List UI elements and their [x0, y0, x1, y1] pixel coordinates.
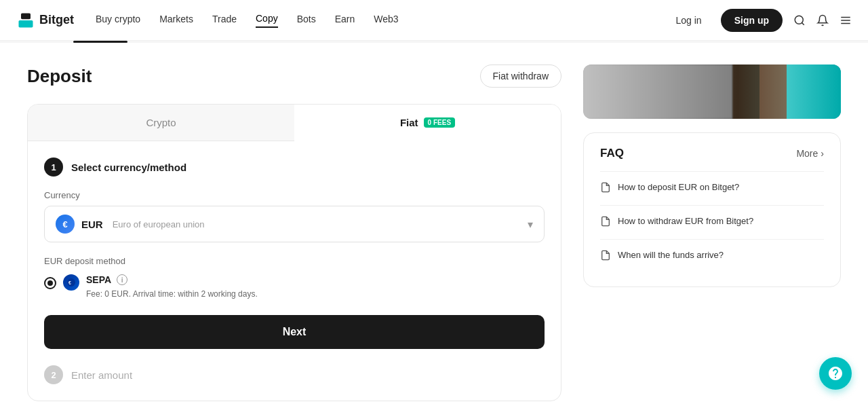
support-button[interactable] — [819, 357, 852, 390]
method-option: € SEPA i Fee: 0 EUR. Arrival time: withi… — [44, 274, 545, 299]
info-icon[interactable]: i — [117, 274, 127, 285]
radio-sepa-inner — [47, 280, 53, 286]
page-title: Deposit — [27, 66, 92, 87]
faq-item-1-text: How to withdraw EUR from Bitget? — [618, 215, 753, 227]
main-container: Deposit Fiat withdraw Crypto Fiat 0 FEES… — [0, 43, 868, 406]
promo-banner[interactable] — [583, 64, 841, 119]
faq-item-2-text: When will the funds arrive? — [618, 249, 724, 261]
step2-title: Enter amount — [71, 369, 132, 381]
method-fee: Fee: 0 EUR. Arrival time: within 2 worki… — [86, 289, 258, 299]
currency-select[interactable]: € EUR Euro of european union ▾ — [44, 206, 545, 242]
fiat-withdraw-button[interactable]: Fiat withdraw — [480, 64, 561, 88]
nav-trade[interactable]: Trade — [212, 14, 237, 27]
tab-underline-bar — [0, 41, 868, 43]
navbar: Bitget Buy crypto Markets Trade Copy Bot… — [0, 0, 868, 41]
method-name: SEPA — [86, 274, 111, 285]
svg-text:€: € — [68, 280, 71, 285]
logo[interactable]: Bitget — [16, 11, 74, 30]
nav-bots[interactable]: Bots — [297, 14, 316, 27]
faq-doc-icon-2 — [600, 250, 611, 263]
svg-line-1 — [802, 22, 804, 24]
step1-header: 1 Select currency/method — [44, 158, 545, 177]
nav-earn[interactable]: Earn — [335, 14, 355, 27]
nav-right: Log in Sign up — [668, 9, 852, 32]
nav-buy-crypto[interactable]: Buy crypto — [96, 14, 140, 27]
nav-links: Buy crypto Markets Trade Copy Bots Earn … — [96, 13, 399, 28]
method-info: SEPA i Fee: 0 EUR. Arrival time: within … — [86, 274, 258, 299]
tab-underline-indicator — [73, 41, 127, 43]
faq-title: FAQ — [600, 147, 624, 160]
nav-markets[interactable]: Markets — [159, 14, 193, 27]
login-button[interactable]: Log in — [668, 10, 710, 31]
faq-item-2[interactable]: When will the funds arrive? — [600, 239, 824, 273]
step2-number: 2 — [44, 365, 63, 384]
faq-more-label: More — [796, 148, 818, 159]
tab-crypto[interactable]: Crypto — [28, 105, 294, 141]
faq-more-arrow-icon: › — [821, 148, 824, 159]
faq-doc-icon-0 — [600, 182, 611, 196]
eur-icon: € — [56, 215, 75, 234]
fees-badge: 0 FEES — [424, 117, 455, 128]
next-button[interactable]: Next — [44, 315, 545, 349]
chevron-down-icon: ▾ — [528, 218, 533, 231]
card-body: 1 Select currency/method Currency € EUR … — [28, 141, 561, 401]
logo-text: Bitget — [39, 13, 74, 27]
step1-title: Select currency/method — [71, 162, 186, 173]
menu-icon[interactable] — [840, 14, 852, 26]
tab-fiat[interactable]: Fiat 0 FEES — [294, 105, 561, 141]
nav-copy[interactable]: Copy — [256, 13, 278, 28]
deposit-card: Crypto Fiat 0 FEES 1 Select currency/met… — [27, 104, 561, 401]
tab-fiat-label: Fiat — [400, 117, 418, 128]
faq-more-button[interactable]: More › — [796, 148, 824, 159]
page-header: Deposit Fiat withdraw — [27, 64, 561, 88]
deposit-method-label: EUR deposit method — [44, 256, 545, 266]
right-panel: FAQ More › How to deposit EUR on Bitget?… — [583, 64, 841, 401]
currency-left: € EUR Euro of european union — [56, 215, 205, 234]
sepa-icon: € — [63, 274, 79, 291]
left-panel: Deposit Fiat withdraw Crypto Fiat 0 FEES… — [27, 64, 561, 401]
nav-web3[interactable]: Web3 — [374, 14, 398, 27]
faq-item-1[interactable]: How to withdraw EUR from Bitget? — [600, 205, 824, 239]
currency-label: Currency — [44, 190, 545, 200]
currency-code: EUR — [81, 219, 103, 230]
faq-doc-icon-1 — [600, 216, 611, 229]
search-icon[interactable] — [793, 14, 806, 26]
step2: 2 Enter amount — [44, 365, 545, 384]
radio-sepa[interactable] — [44, 277, 56, 289]
svg-point-0 — [795, 16, 803, 24]
faq-item-0[interactable]: How to deposit EUR on Bitget? — [600, 171, 824, 205]
step1-number: 1 — [44, 158, 63, 177]
faq-header: FAQ More › — [600, 147, 824, 160]
notification-icon[interactable] — [816, 14, 829, 26]
signup-button[interactable]: Sign up — [721, 9, 783, 32]
faq-item-0-text: How to deposit EUR on Bitget? — [618, 181, 739, 193]
currency-full-name: Euro of european union — [113, 219, 205, 229]
faq-card: FAQ More › How to deposit EUR on Bitget?… — [583, 132, 841, 287]
method-name-row: SEPA i — [86, 274, 258, 285]
tabs: Crypto Fiat 0 FEES — [28, 105, 561, 141]
